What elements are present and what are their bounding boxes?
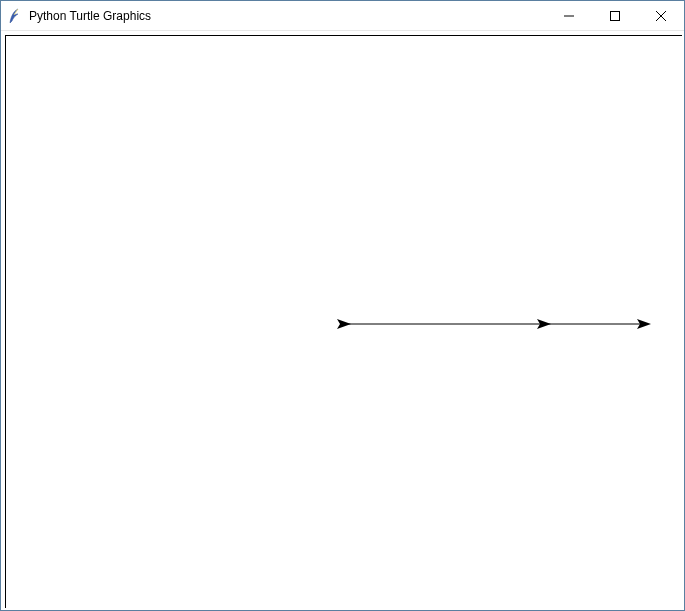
svg-rect-1 bbox=[611, 11, 620, 20]
minimize-icon bbox=[564, 11, 574, 21]
close-icon bbox=[656, 11, 666, 21]
titlebar[interactable]: Python Turtle Graphics bbox=[1, 1, 684, 31]
window-controls bbox=[546, 1, 684, 30]
turtle-canvas bbox=[6, 36, 682, 608]
canvas-area bbox=[5, 35, 682, 608]
turtle-cursor bbox=[337, 319, 351, 329]
maximize-button[interactable] bbox=[592, 1, 638, 30]
window-title: Python Turtle Graphics bbox=[29, 9, 151, 23]
minimize-button[interactable] bbox=[546, 1, 592, 30]
close-button[interactable] bbox=[638, 1, 684, 30]
app-window: Python Turtle Graphics bbox=[0, 0, 685, 611]
feather-icon bbox=[7, 8, 23, 24]
maximize-icon bbox=[610, 11, 620, 21]
